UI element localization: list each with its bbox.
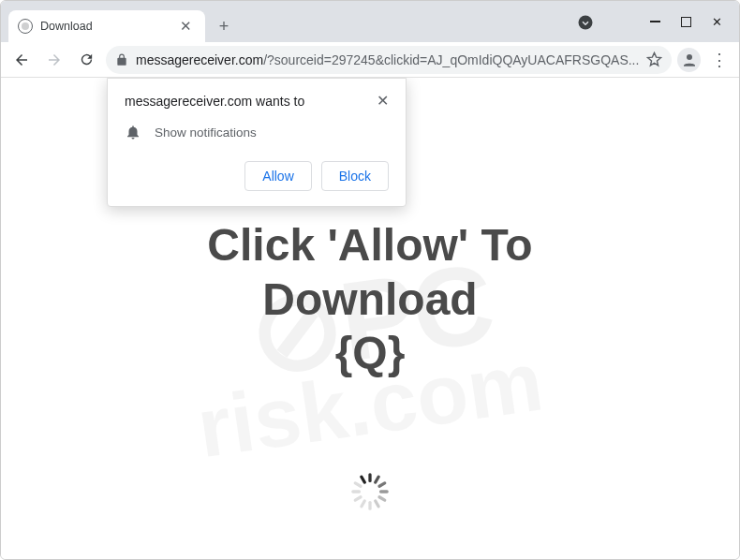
maximize-icon[interactable] bbox=[681, 17, 691, 27]
permission-origin-text: messagereceiver.com wants to bbox=[125, 94, 304, 109]
browser-tab[interactable]: Download ✕ bbox=[8, 10, 205, 42]
svg-rect-12 bbox=[353, 481, 363, 489]
url-path: /?sourceid=297245&clickid=AJ_qOmIdiQQAyU… bbox=[263, 52, 639, 67]
window-titlebar: Download ✕ + ✕ bbox=[1, 1, 739, 42]
headline-line-2: Download bbox=[1, 273, 739, 327]
bell-icon bbox=[125, 124, 141, 140]
page-viewport: ⊘PC risk.com Click 'Allow' To Download {… bbox=[1, 78, 739, 559]
minimize-icon[interactable] bbox=[650, 21, 660, 22]
headline-line-3: {Q} bbox=[1, 326, 739, 380]
window-controls: ✕ bbox=[633, 1, 739, 42]
block-button[interactable]: Block bbox=[321, 161, 389, 191]
page-headline: Click 'Allow' To Download {Q} bbox=[1, 218, 739, 380]
bookmark-star-icon[interactable] bbox=[646, 52, 662, 67]
forward-button bbox=[41, 46, 68, 74]
svg-rect-5 bbox=[379, 490, 389, 493]
tab-title: Download bbox=[40, 20, 176, 33]
svg-rect-11 bbox=[351, 490, 361, 493]
new-tab-button[interactable]: + bbox=[211, 13, 237, 39]
reload-button[interactable] bbox=[73, 46, 100, 74]
lock-icon bbox=[115, 53, 128, 66]
svg-rect-7 bbox=[374, 499, 381, 508]
permission-capability-text: Show notifications bbox=[155, 125, 257, 140]
tab-search-icon[interactable] bbox=[577, 14, 594, 31]
svg-rect-10 bbox=[353, 495, 363, 503]
svg-point-1 bbox=[687, 54, 692, 60]
svg-rect-8 bbox=[368, 501, 371, 510]
close-dialog-icon[interactable]: ✕ bbox=[377, 94, 389, 109]
svg-rect-3 bbox=[374, 475, 381, 484]
svg-rect-9 bbox=[360, 499, 367, 508]
close-tab-icon[interactable]: ✕ bbox=[176, 18, 196, 35]
profile-avatar-icon[interactable] bbox=[677, 48, 701, 72]
loading-spinner-icon bbox=[349, 471, 391, 512]
browser-toolbar: messagereceiver.com/?sourceid=297245&cli… bbox=[1, 42, 739, 78]
url-host: messagereceiver.com bbox=[136, 52, 263, 67]
close-window-icon[interactable]: ✕ bbox=[712, 15, 722, 29]
svg-point-0 bbox=[579, 16, 593, 30]
url-text: messagereceiver.com/?sourceid=297245&cli… bbox=[136, 52, 639, 67]
back-button[interactable] bbox=[8, 46, 36, 74]
address-bar[interactable]: messagereceiver.com/?sourceid=297245&cli… bbox=[106, 46, 672, 74]
globe-icon bbox=[18, 19, 33, 34]
headline-line-1: Click 'Allow' To bbox=[1, 218, 739, 273]
svg-rect-2 bbox=[368, 473, 371, 482]
allow-button[interactable]: Allow bbox=[244, 161, 311, 191]
svg-rect-13 bbox=[360, 475, 367, 484]
kebab-menu-icon[interactable]: ⋮ bbox=[706, 50, 732, 70]
svg-rect-6 bbox=[377, 495, 387, 503]
svg-rect-4 bbox=[377, 481, 387, 489]
notification-permission-dialog: messagereceiver.com wants to ✕ Show noti… bbox=[107, 78, 407, 207]
